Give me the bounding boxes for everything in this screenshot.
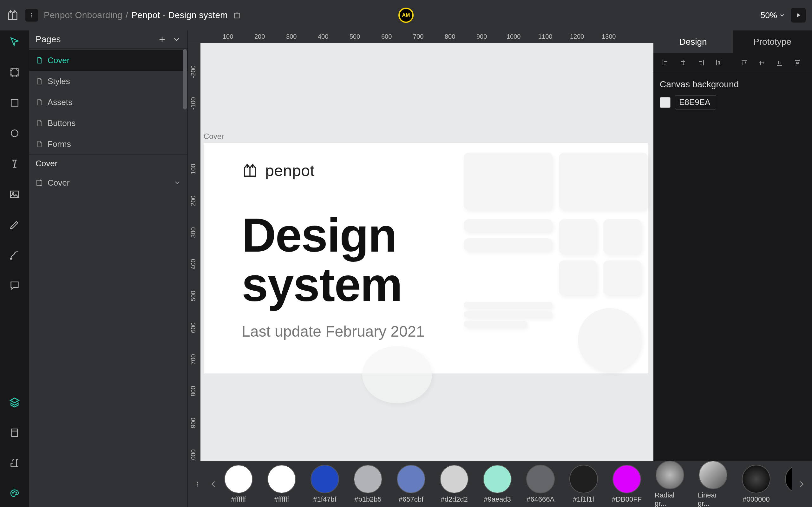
move-tool[interactable]	[6, 33, 23, 51]
ruler-tick: 400	[190, 259, 197, 269]
palette-color-label: #000000	[743, 495, 770, 504]
shared-library-icon[interactable]	[233, 11, 241, 19]
tab-design[interactable]: Design	[653, 31, 733, 53]
main-menu-button[interactable]	[25, 9, 38, 21]
frame-icon	[36, 179, 43, 186]
page-item-cover[interactable]: Cover	[29, 50, 187, 71]
svg-point-1	[32, 15, 33, 16]
svg-point-16	[197, 484, 198, 485]
artboard-cover[interactable]: penpot Design system Last update Februar…	[204, 143, 648, 374]
palette-color[interactable]: Radi	[784, 465, 792, 504]
ruler-tick: 700	[413, 33, 424, 40]
layers-panel-toggle[interactable]	[6, 393, 23, 411]
ellipse-tool[interactable]	[6, 124, 23, 142]
palette-color[interactable]: #d2d2d2	[439, 465, 470, 504]
layer-label: Cover	[48, 178, 69, 188]
palette-color-label: #DB00FF	[612, 495, 642, 504]
ruler-tick: -200	[190, 65, 197, 78]
palette-toggle[interactable]	[6, 485, 23, 503]
breadcrumb-project[interactable]: Penpot Onboarding	[44, 10, 122, 20]
canvas-area: 100 200 300 400 500 600 700 800 900 1000…	[188, 31, 653, 507]
user-avatar[interactable]: AM	[398, 8, 414, 23]
zoom-dropdown[interactable]: 50%	[761, 10, 785, 20]
palette-color-label: #1f1f1f	[573, 495, 594, 504]
ruler-tick: 300	[286, 33, 297, 40]
page-label: Cover	[48, 56, 69, 65]
ruler-tick: 800	[190, 386, 197, 396]
cover-subtitle: Last update February 2021	[242, 323, 424, 340]
assets-panel-toggle[interactable]	[6, 424, 23, 442]
layers-root-header: Cover	[29, 155, 187, 172]
align-left-button[interactable]	[657, 56, 674, 70]
color-palette-bar: #ffffff#ffffff#1f47bf#b1b2b5#657cbf#d2d2…	[188, 461, 812, 507]
distribute-h-button[interactable]	[710, 56, 727, 70]
pages-scrollbar[interactable]	[183, 49, 187, 109]
app-logo[interactable]	[6, 8, 20, 22]
align-hcenter-button[interactable]	[675, 56, 691, 70]
palette-color-label: #b1b2b5	[354, 495, 382, 504]
page-item-assets[interactable]: Assets	[29, 92, 187, 113]
horizontal-ruler[interactable]: 100 200 300 400 500 600 700 800 900 1000…	[188, 31, 653, 43]
palette-color[interactable]: #64666A	[525, 465, 556, 504]
pages-list: Cover Styles Assets Buttons Forms	[29, 48, 187, 155]
palette-color[interactable]: #ffffff	[266, 465, 297, 504]
palette-menu-button[interactable]	[191, 480, 204, 489]
user-initials: AM	[402, 12, 410, 18]
ruler-tick: 500	[190, 291, 197, 301]
palette-color[interactable]: Radial gr...	[655, 461, 685, 507]
align-right-button[interactable]	[693, 56, 709, 70]
page-item-styles[interactable]: Styles	[29, 71, 187, 92]
comment-tool[interactable]	[6, 277, 23, 294]
collapse-pages-button[interactable]	[172, 35, 181, 44]
svg-point-0	[32, 13, 33, 14]
palette-color[interactable]: #1f47bf	[310, 465, 340, 504]
chevron-down-icon[interactable]	[174, 179, 181, 186]
ruler-tick: 200	[190, 195, 197, 206]
rectangle-tool[interactable]	[6, 94, 23, 112]
palette-color[interactable]: #b1b2b5	[353, 465, 383, 504]
palette-next-button[interactable]	[794, 478, 809, 491]
artboard-label[interactable]: Cover	[204, 132, 224, 141]
breadcrumb: Penpot Onboarding / Penpot - Design syst…	[44, 10, 241, 20]
vertical-ruler[interactable]: -200 -100 100 200 300 400 500 600 700 80…	[188, 43, 200, 507]
svg-point-2	[32, 16, 33, 17]
canvas-bg-hex-input[interactable]: E8E9EA	[675, 95, 716, 109]
palette-color[interactable]: #ffffff	[223, 465, 254, 504]
breadcrumb-file[interactable]: Penpot - Design system	[131, 10, 228, 20]
page-item-buttons[interactable]: Buttons	[29, 113, 187, 133]
tab-prototype[interactable]: Prototype	[733, 31, 812, 53]
frame-tool[interactable]	[6, 63, 23, 81]
svg-point-13	[16, 492, 17, 493]
palette-color[interactable]: #000000	[741, 465, 771, 504]
pen-tool[interactable]	[6, 216, 23, 233]
left-panel: Pages Cover Styles Assets	[29, 31, 188, 507]
add-page-button[interactable]	[158, 35, 167, 44]
canvas-bg-swatch[interactable]	[660, 97, 671, 108]
ruler-tick: 500	[350, 33, 360, 40]
image-tool[interactable]	[6, 185, 23, 203]
palette-color[interactable]: #9aead3	[482, 465, 513, 504]
page-label: Assets	[48, 97, 72, 107]
align-vcenter-button[interactable]	[754, 56, 770, 70]
align-bottom-button[interactable]	[771, 56, 788, 70]
align-top-button[interactable]	[736, 56, 752, 70]
ruler-tick: 1200	[570, 33, 584, 40]
palette-color[interactable]: Linear gr...	[698, 461, 728, 507]
page-icon	[36, 140, 43, 148]
viewport[interactable]: Cover penpot Design system Last update F…	[200, 43, 653, 507]
palette-color[interactable]: #DB00FF	[612, 465, 642, 504]
page-item-forms[interactable]: Forms	[29, 133, 187, 155]
text-tool[interactable]	[6, 155, 23, 173]
palette-color[interactable]: #657cbf	[396, 465, 426, 504]
layer-item-cover[interactable]: Cover	[29, 172, 187, 193]
palette-prev-button[interactable]	[206, 478, 221, 491]
pages-panel-title: Pages	[36, 34, 61, 44]
path-tool[interactable]	[6, 246, 23, 264]
distribute-v-button[interactable]	[789, 56, 806, 70]
right-panel-tabs: Design Prototype	[653, 31, 812, 53]
ruler-tick: 1300	[602, 33, 616, 40]
svg-rect-14	[37, 180, 42, 185]
view-mode-button[interactable]	[791, 8, 806, 22]
history-toggle[interactable]	[6, 454, 23, 472]
palette-color[interactable]: #1f1f1f	[568, 465, 599, 504]
